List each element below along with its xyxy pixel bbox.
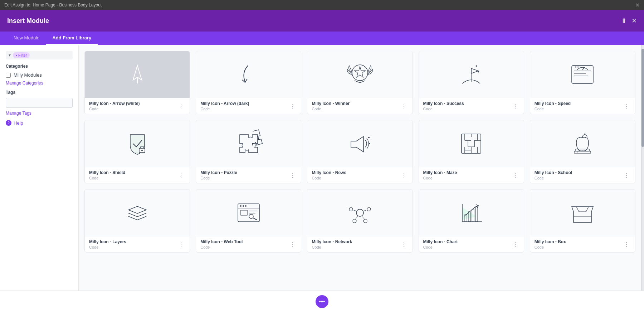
card-info-arrow-white: Milly Icon - Arrow (white) Code (89, 101, 140, 111)
card-arrow-white[interactable]: Milly Icon - Arrow (white) Code ⋮ (84, 51, 190, 114)
card-school[interactable]: Milly Icon - School Code ⋮ (530, 120, 635, 183)
svg-point-1 (352, 65, 368, 81)
card-menu-box[interactable]: ⋮ (622, 240, 631, 249)
card-footer-chart: Milly Icon - Chart Code ⋮ (419, 236, 524, 252)
card-menu-school[interactable]: ⋮ (622, 171, 631, 179)
card-footer-winner: Milly Icon - Winner Code ⋮ (307, 98, 412, 114)
card-type-winner: Code (312, 107, 350, 111)
card-info-speed: Milly Icon - Speed Code (535, 101, 571, 111)
card-info-layers: Milly Icon - Layers Code (89, 239, 126, 249)
card-shield[interactable]: Milly Icon - Shield Code ⋮ (84, 120, 190, 183)
card-name-network: Milly Icon - Network (312, 239, 352, 244)
scrollbar-thumb[interactable] (641, 49, 644, 147)
title-bar: Edit Assign to: Home Page - Business Bod… (0, 0, 644, 10)
svg-text:✦: ✦ (475, 64, 478, 68)
card-menu-news[interactable]: ⋮ (400, 171, 408, 179)
card-preview-webtool (196, 189, 301, 236)
card-menu-puzzle[interactable]: ⋮ (288, 171, 297, 179)
bottom-dots-button[interactable]: ••• (316, 295, 328, 308)
card-name-news: Milly Icon - News (312, 170, 346, 175)
card-menu-speed[interactable]: ⋮ (622, 102, 631, 110)
card-preview-box (530, 189, 635, 236)
svg-rect-6 (572, 66, 593, 83)
speed-icon (566, 58, 599, 91)
svg-point-17 (368, 137, 370, 138)
card-menu-chart[interactable]: ⋮ (511, 240, 519, 249)
card-menu-success[interactable]: ⋮ (511, 102, 519, 110)
card-name-arrow-white: Milly Icon - Arrow (white) (89, 101, 140, 106)
cards-grid: Milly Icon - Arrow (white) Code ⋮ (84, 51, 635, 253)
card-footer-news: Milly Icon - News Code ⋮ (307, 167, 412, 183)
card-success[interactable]: ✦ ✦ Milly Icon - Success Code ⋮ (419, 51, 524, 114)
filter-tag: • Filter (13, 52, 30, 58)
svg-line-52 (353, 210, 356, 211)
network-icon (344, 197, 376, 229)
milly-modules-label: Milly Modules (14, 72, 42, 78)
card-type-puzzle: Code (200, 176, 237, 180)
card-footer-webtool: Milly Icon - Web Tool Code ⋮ (196, 236, 301, 252)
chart-icon (455, 197, 487, 229)
card-info-maze: Milly Icon - Maze Code (423, 170, 457, 180)
filter-bar[interactable]: ▾ • Filter (6, 51, 73, 59)
card-preview-arrow-white (85, 51, 190, 98)
card-footer-speed: Milly Icon - Speed Code ⋮ (530, 98, 635, 114)
manage-tags-link[interactable]: Manage Tags (6, 111, 73, 116)
card-menu-webtool[interactable]: ⋮ (288, 240, 297, 249)
card-info-winner: Milly Icon - Winner Code (312, 101, 350, 111)
modal-header: Insert Module ⏸ ✕ (0, 10, 644, 32)
card-info-webtool: Milly Icon - Web Tool Code (200, 239, 243, 249)
card-type-news: Code (312, 176, 346, 180)
card-speed[interactable]: Milly Icon - Speed Code ⋮ (530, 51, 635, 114)
card-name-school: Milly Icon - School (535, 170, 572, 175)
tab-new-module[interactable]: New Module (7, 32, 46, 45)
card-info-puzzle: Milly Icon - Puzzle Code (200, 170, 237, 180)
card-type-speed: Code (535, 107, 571, 111)
puzzle-icon (233, 128, 265, 160)
card-footer-maze: Milly Icon - Maze Code ⋮ (419, 167, 524, 183)
card-name-arrow-dark: Milly Icon - Arrow (dark) (200, 101, 249, 106)
manage-categories-link[interactable]: Manage Categories (6, 81, 73, 86)
card-name-speed: Milly Icon - Speed (535, 101, 571, 106)
tab-add-from-library[interactable]: Add From Library (46, 32, 98, 45)
card-layers[interactable]: Milly Icon - Layers Code ⋮ (84, 189, 190, 253)
card-network[interactable]: Milly Icon - Network Code ⋮ (307, 189, 413, 253)
card-chart[interactable]: Milly Icon - Chart Code ⋮ (419, 189, 524, 253)
card-menu-layers[interactable]: ⋮ (177, 240, 185, 249)
card-menu-winner[interactable]: ⋮ (400, 102, 408, 110)
card-box[interactable]: Milly Icon - Box Code ⋮ (530, 189, 635, 253)
card-maze[interactable]: Milly Icon - Maze Code ⋮ (419, 120, 524, 183)
card-type-layers: Code (89, 245, 126, 249)
card-menu-maze[interactable]: ⋮ (511, 171, 519, 179)
card-webtool[interactable]: Milly Icon - Web Tool Code ⋮ (196, 189, 301, 253)
card-news[interactable]: Milly Icon - News Code ⋮ (307, 120, 413, 183)
help-row[interactable]: ? Help (6, 120, 73, 126)
svg-point-39 (240, 205, 241, 207)
svg-marker-2 (355, 66, 365, 77)
card-menu-shield[interactable]: ⋮ (177, 171, 185, 179)
modal-header-actions: ⏸ ✕ (621, 17, 637, 25)
card-puzzle[interactable]: Milly Icon - Puzzle Code ⋮ (196, 120, 301, 183)
card-info-success: Milly Icon - Success Code (423, 101, 464, 111)
maze-icon (455, 128, 487, 160)
card-preview-school (530, 120, 635, 167)
card-name-layers: Milly Icon - Layers (89, 239, 126, 244)
title-bar-close[interactable]: ✕ (635, 2, 640, 8)
card-menu-arrow-dark[interactable]: ⋮ (288, 102, 297, 110)
scrollbar[interactable] (641, 45, 644, 291)
card-preview-chart (419, 189, 524, 236)
milly-modules-checkbox[interactable] (6, 73, 11, 78)
tags-input[interactable] (6, 98, 73, 108)
card-preview-shield (85, 120, 190, 167)
card-menu-arrow-white[interactable]: ⋮ (177, 102, 185, 110)
card-name-shield: Milly Icon - Shield (89, 170, 125, 175)
modal-close-button[interactable]: ✕ (631, 17, 637, 25)
card-info-arrow-dark: Milly Icon - Arrow (dark) Code (200, 101, 249, 111)
news-icon (344, 128, 376, 160)
bottom-bar: ••• (0, 291, 644, 312)
card-menu-network[interactable]: ⋮ (400, 240, 408, 249)
card-arrow-dark[interactable]: Milly Icon - Arrow (dark) Code ⋮ (196, 51, 301, 114)
card-footer-arrow-white: Milly Icon - Arrow (white) Code ⋮ (85, 98, 190, 114)
modal-title: Insert Module (7, 17, 49, 25)
card-winner[interactable]: Milly Icon - Winner Code ⋮ (307, 51, 413, 114)
modal-pause-button[interactable]: ⏸ (621, 17, 627, 25)
